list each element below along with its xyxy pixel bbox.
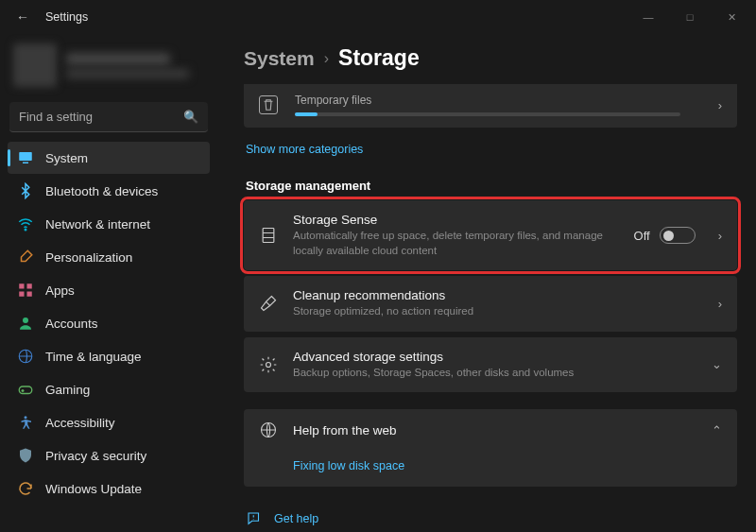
svg-rect-5 [19, 292, 24, 297]
help-title: Help from the web [293, 423, 689, 438]
search-input[interactable] [19, 110, 183, 124]
chevron-right-icon: › [718, 229, 722, 243]
titlebar: ← Settings ― □ ✕ [0, 0, 756, 34]
card-title: Storage Sense [293, 213, 619, 227]
card-title: Advanced storage settings [293, 350, 689, 364]
svg-rect-4 [27, 283, 32, 288]
svg-point-2 [25, 229, 26, 231]
sidebar-item-accessibility[interactable]: Accessibility [8, 406, 210, 438]
monitor-icon [17, 149, 34, 166]
brush-icon [17, 249, 34, 266]
person-icon [17, 315, 34, 332]
toggle-switch[interactable] [660, 227, 696, 244]
sidebar-item-label: System [45, 151, 88, 165]
card-title: Cleanup recommendations [293, 288, 696, 302]
profile-name [66, 53, 170, 65]
card-subtitle: Backup options, Storage Spaces, other di… [293, 366, 689, 381]
toggle-label: Off [634, 229, 650, 243]
sidebar-item-bluetooth-devices[interactable]: Bluetooth & devices [8, 175, 210, 207]
settings-card-storage-sense[interactable]: Storage SenseAutomatically free up space… [244, 200, 737, 270]
svg-rect-3 [19, 283, 24, 288]
search-icon: 🔍 [183, 110, 198, 124]
svg-rect-9 [19, 386, 32, 394]
sidebar-item-label: Network & internet [45, 217, 150, 232]
main-content: System › Storage Temporary files › Show … [217, 34, 756, 532]
sidebar-item-apps[interactable]: Apps [8, 274, 210, 306]
trash-icon [259, 95, 278, 114]
svg-rect-1 [23, 163, 28, 164]
gear-icon [259, 355, 278, 374]
svg-rect-6 [27, 292, 32, 297]
temp-files-label: Temporary files [295, 94, 680, 107]
sidebar-item-personalization[interactable]: Personalization [8, 241, 210, 273]
svg-point-10 [25, 416, 27, 419]
chevron-right-icon: › [718, 297, 722, 311]
settings-card-cleanup-recommendations[interactable]: Cleanup recommendationsStorage optimized… [244, 276, 737, 332]
wifi-icon [17, 215, 34, 232]
sidebar-item-gaming[interactable]: Gaming [8, 373, 210, 405]
help-card: Help from the web ⌃ Fixing low disk spac… [244, 409, 737, 487]
sidebar: 🔍 SystemBluetooth & devicesNetwork & int… [0, 34, 217, 532]
chevron-right-icon: › [718, 98, 722, 112]
access-icon [17, 414, 34, 431]
app-title: Settings [45, 10, 88, 24]
sidebar-item-label: Accounts [45, 317, 98, 331]
search-box[interactable]: 🔍 [9, 102, 208, 132]
page-title: Storage [338, 45, 420, 71]
broom-icon [259, 294, 278, 313]
svg-rect-11 [263, 229, 274, 243]
sidebar-item-label: Apps [45, 283, 75, 298]
svg-point-12 [266, 362, 271, 367]
temporary-files-row[interactable]: Temporary files › [244, 84, 737, 128]
profile-email [66, 69, 189, 78]
svg-point-7 [23, 317, 28, 323]
show-more-link[interactable]: Show more categories [246, 143, 363, 156]
chevron-down-icon: ⌄ [712, 357, 722, 371]
minimize-button[interactable]: ― [627, 0, 669, 34]
bluetooth-icon [17, 182, 34, 199]
profile-header[interactable] [6, 38, 212, 96]
close-button[interactable]: ✕ [711, 0, 752, 34]
sidebar-item-system[interactable]: System [8, 142, 210, 174]
sidebar-item-time-language[interactable]: Time & language [8, 340, 210, 372]
help-link[interactable]: Fixing low disk space [293, 459, 404, 472]
chevron-right-icon: › [324, 50, 329, 67]
avatar [13, 43, 57, 87]
breadcrumb: System › Storage [244, 45, 737, 71]
sidebar-item-label: Accessibility [45, 416, 115, 430]
sidebar-item-label: Gaming [45, 383, 90, 397]
settings-card-advanced-storage-settings[interactable]: Advanced storage settingsBackup options,… [244, 337, 737, 393]
maximize-button[interactable]: □ [669, 0, 711, 34]
update-icon [17, 480, 34, 497]
sidebar-item-accounts[interactable]: Accounts [8, 307, 210, 339]
card-subtitle: Storage optimized, no action required [293, 304, 696, 319]
get-help-label: Get help [274, 512, 318, 525]
globe-icon [259, 420, 278, 439]
temp-files-progress [295, 112, 680, 116]
back-button[interactable]: ← [4, 9, 42, 25]
sidebar-item-label: Bluetooth & devices [45, 184, 158, 198]
chevron-up-icon: ⌃ [712, 423, 722, 438]
sidebar-item-label: Windows Update [45, 482, 142, 496]
globe-icon [17, 348, 34, 365]
get-help-link[interactable]: Get help [244, 504, 737, 532]
help-icon [246, 509, 263, 528]
card-subtitle: Automatically free up space, delete temp… [293, 229, 619, 258]
apps-icon [17, 282, 34, 299]
shield-icon [17, 447, 34, 464]
storage-icon [259, 226, 278, 245]
sidebar-item-label: Time & language [45, 350, 142, 364]
section-heading: Storage management [246, 179, 735, 193]
sidebar-item-network-internet[interactable]: Network & internet [8, 208, 210, 240]
svg-rect-0 [19, 152, 32, 161]
sidebar-item-label: Privacy & security [45, 449, 146, 463]
breadcrumb-parent[interactable]: System [244, 47, 315, 70]
sidebar-item-label: Personalization [45, 250, 132, 265]
help-header[interactable]: Help from the web ⌃ [244, 409, 737, 451]
game-icon [17, 381, 34, 398]
sidebar-item-privacy-security[interactable]: Privacy & security [8, 439, 210, 472]
sidebar-item-windows-update[interactable]: Windows Update [8, 472, 210, 505]
